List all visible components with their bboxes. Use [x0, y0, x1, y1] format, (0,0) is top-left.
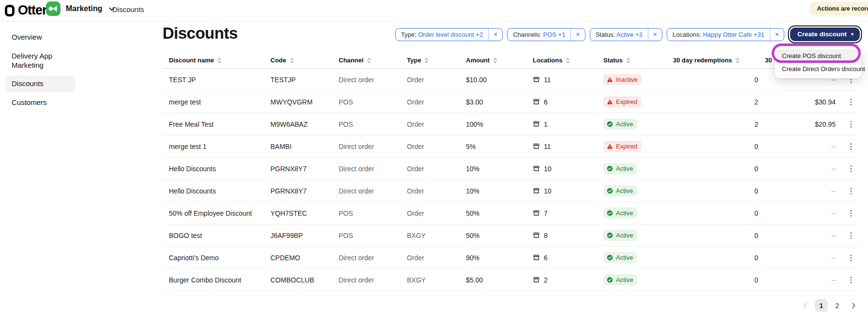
- cell-status: Active: [603, 230, 673, 241]
- chevron-left-icon[interactable]: [799, 299, 812, 312]
- status-badge: Active: [603, 163, 637, 174]
- cell-30-day-sales: $30.94: [765, 98, 842, 106]
- cell-30-day-redemptions: 0: [673, 187, 765, 195]
- table-row: merge test MWYQVGRM POS Order $3.00 6: [163, 91, 860, 113]
- col-header-discount-name[interactable]: Discount name: [163, 57, 270, 64]
- store-icon: [533, 98, 540, 105]
- kebab-menu-icon[interactable]: ⋮: [842, 231, 860, 240]
- kebab-menu-icon[interactable]: ⋮: [842, 119, 860, 129]
- sort-icon: [626, 57, 630, 64]
- cell-amount: 50%: [466, 209, 533, 217]
- otter-logo[interactable]: Otter: [5, 3, 47, 18]
- cell-code: M9W6ABAZ: [270, 120, 339, 128]
- col-header-amount[interactable]: Amount: [466, 57, 533, 64]
- cell-channel: POS: [339, 120, 407, 128]
- cell-locations: 8: [533, 232, 603, 239]
- status-label: Active: [616, 232, 633, 239]
- kebab-menu-icon[interactable]: ⋮: [842, 142, 860, 151]
- cell-locations: 11: [533, 76, 603, 84]
- discounts-table: Discount name Code Channel Type Amount L…: [163, 52, 860, 291]
- kebab-menu-icon[interactable]: ⋮: [842, 164, 860, 173]
- cell-status: Expired: [603, 141, 673, 152]
- kebab-menu-icon[interactable]: ⋮: [842, 208, 860, 218]
- create-discount-label: Create discount: [797, 30, 847, 38]
- col-header-locations[interactable]: Locations: [533, 57, 603, 64]
- store-icon: [533, 276, 540, 283]
- cell-discount-name: merge test: [163, 98, 270, 106]
- cell-type: Order: [407, 254, 466, 262]
- chevron-right-icon[interactable]: [847, 299, 860, 312]
- cell-amount: 90%: [466, 254, 533, 262]
- store-icon: [533, 76, 540, 83]
- kebab-menu-icon[interactable]: ⋮: [842, 186, 860, 195]
- filter-chip[interactable]: Channels: POS +1 ×: [507, 28, 585, 41]
- cell-discount-name: 50% off Employee Discount: [163, 209, 270, 217]
- kebab-menu-icon[interactable]: ⋮: [842, 253, 860, 262]
- store-icon: [533, 232, 540, 239]
- topnav-discounts[interactable]: Discounts: [112, 5, 144, 14]
- actions-recorded-badge: Actions are recorde: [809, 2, 868, 15]
- cell-30-day-redemptions: 0: [673, 276, 765, 284]
- sort-icon: [493, 57, 497, 64]
- kebab-menu-icon[interactable]: ⋮: [842, 97, 860, 106]
- col-header-channel[interactable]: Channel: [339, 57, 407, 64]
- cell-code: YQH7STEC: [270, 209, 339, 217]
- cell-locations: 11: [533, 143, 603, 150]
- cell-amount: 10%: [466, 165, 533, 173]
- filter-chip[interactable]: Status: Active +3 ×: [590, 28, 662, 41]
- top-bar: Otter Marketing Discounts Actions are re…: [0, 0, 868, 21]
- col-header-30-day-redemptions[interactable]: 30 day redemptions: [673, 57, 765, 64]
- table-row: BOGO test J6AF99BP POS BXGY 50% 8: [163, 224, 860, 247]
- store-icon: [533, 254, 540, 261]
- filter-chip-label: Type:: [401, 31, 417, 38]
- status-label: Active: [616, 276, 633, 283]
- cell-status: Active: [603, 119, 673, 130]
- filter-chip[interactable]: Type: Order level discount +2 ×: [395, 28, 503, 41]
- check-icon: [607, 232, 613, 238]
- close-icon[interactable]: ×: [488, 29, 502, 41]
- cell-amount: $3.00: [466, 98, 533, 106]
- filter-chip[interactable]: Locations: Happy Otter Cafe +31 ×: [667, 28, 784, 41]
- app-name: Marketing: [66, 4, 103, 13]
- close-icon[interactable]: ×: [570, 29, 584, 41]
- cell-discount-name: Hello Discounts: [163, 165, 270, 173]
- cell-status: Active: [603, 274, 673, 285]
- menu-item-create-pos-discount[interactable]: Create POS discount: [778, 49, 858, 62]
- sidebar-item[interactable]: Customers: [5, 94, 75, 111]
- check-icon: [607, 188, 613, 194]
- create-discount-button[interactable]: Create discount ▾: [790, 28, 860, 41]
- sidebar-item[interactable]: Discounts: [5, 75, 75, 92]
- page-title: Discounts: [163, 24, 238, 43]
- cell-30-day-redemptions: 0: [673, 143, 765, 150]
- cell-locations: 2: [533, 276, 603, 284]
- filter-chip-label: Channels:: [513, 31, 541, 38]
- sidebar-item[interactable]: Overview: [5, 29, 75, 46]
- col-header-type[interactable]: Type: [407, 57, 466, 64]
- col-header-status[interactable]: Status: [603, 57, 673, 64]
- cell-type: Order: [407, 120, 466, 128]
- location-count: 8: [544, 232, 548, 239]
- cell-30-day-sales: --: [765, 232, 842, 239]
- store-icon: [533, 165, 540, 172]
- location-count: 11: [544, 76, 551, 84]
- close-icon[interactable]: ×: [770, 29, 784, 41]
- close-icon[interactable]: ×: [648, 29, 662, 41]
- col-header-code[interactable]: Code: [270, 57, 339, 64]
- menu-item-create-direct-orders-discount[interactable]: Create Direct Orders discount: [778, 62, 858, 75]
- status-label: Inactive: [616, 76, 638, 83]
- cell-discount-name: Free Meal Test: [163, 120, 270, 128]
- cell-locations: 10: [533, 187, 603, 195]
- sidebar-item[interactable]: Delivery App Marketing: [5, 48, 75, 74]
- sort-icon: [217, 57, 222, 64]
- cell-amount: 100%: [466, 120, 533, 128]
- app-switcher-marketing[interactable]: Marketing: [46, 1, 115, 16]
- warning-icon: [607, 143, 613, 149]
- cell-30-day-sales: --: [765, 143, 842, 150]
- cell-code: MWYQVGRM: [270, 98, 339, 106]
- page-button-2[interactable]: 2: [831, 299, 844, 312]
- check-icon: [607, 165, 613, 172]
- kebab-menu-icon[interactable]: ⋮: [842, 275, 860, 284]
- cell-status: Active: [603, 163, 673, 174]
- page-button-1[interactable]: 1: [815, 299, 828, 312]
- cell-locations: 6: [533, 98, 603, 106]
